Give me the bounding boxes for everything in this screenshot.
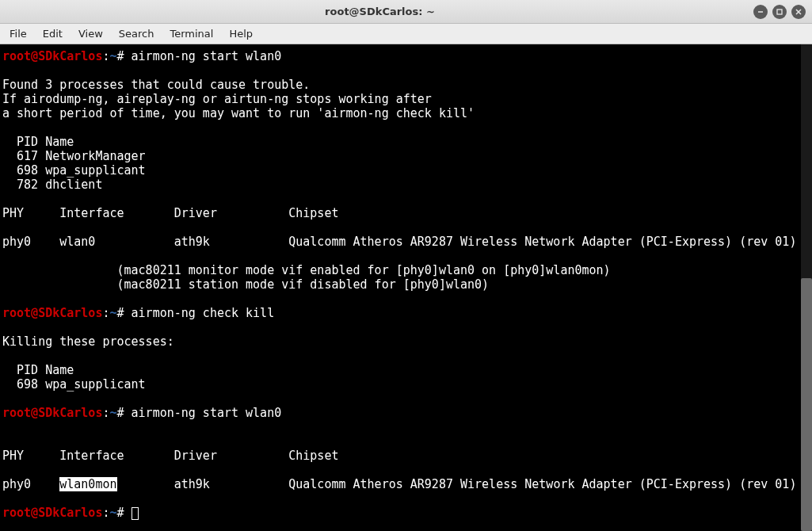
- window-title: root@SDkCarlos: ~: [6, 6, 753, 17]
- window-controls: [753, 5, 806, 19]
- cursor: [132, 507, 139, 520]
- out2-proc-header: PID Name: [2, 363, 74, 377]
- prompt-path: ~: [109, 306, 116, 320]
- out3-row-pre: phy0: [2, 477, 59, 491]
- out1-table-head: PHY Interface Driver Chipset: [2, 206, 338, 220]
- out1-mode-line: (mac80211 monitor mode vif enabled for […: [2, 263, 611, 277]
- prompt-user: root@SDkCarlos: [2, 306, 102, 320]
- scrollbar-thumb[interactable]: [801, 278, 812, 531]
- prompt-sep2: #: [117, 49, 124, 63]
- menu-search[interactable]: Search: [111, 25, 162, 43]
- out1-line1: Found 3 processes that could cause troub…: [2, 78, 310, 92]
- out1-line2: If airodump-ng, aireplay-ng or airtun-ng…: [2, 92, 432, 106]
- menubar: File Edit View Search Terminal Help: [0, 24, 812, 44]
- terminal-output[interactable]: root@SDkCarlos:~# airmon-ng start wlan0 …: [0, 44, 801, 531]
- out3-iface-highlight: wlan0mon: [59, 477, 116, 491]
- close-button[interactable]: [791, 5, 806, 19]
- prompt-user: root@SDkCarlos: [2, 406, 102, 420]
- terminal-area: root@SDkCarlos:~# airmon-ng start wlan0 …: [0, 44, 812, 531]
- prompt-sep2: #: [117, 306, 124, 320]
- prompt-path: ~: [109, 506, 116, 520]
- out1-line3: a short period of time, you may want to …: [2, 106, 475, 120]
- menu-file[interactable]: File: [2, 25, 35, 43]
- out1-proc-row: 617 NetworkManager: [2, 149, 146, 163]
- out1-proc-row: 698 wpa_supplicant: [2, 163, 146, 178]
- menu-edit[interactable]: Edit: [35, 25, 71, 43]
- prompt-user: root@SDkCarlos: [2, 506, 102, 520]
- menu-view[interactable]: View: [71, 25, 111, 43]
- menu-terminal[interactable]: Terminal: [162, 25, 221, 43]
- prompt-sep2: #: [117, 506, 124, 520]
- out1-mode-line: (mac80211 station mode vif disabled for …: [2, 277, 489, 292]
- command-1: airmon-ng start wlan0: [132, 49, 282, 63]
- out2-line1: Killing these processes:: [2, 334, 174, 349]
- out3-table-head: PHY Interface Driver Chipset: [2, 449, 338, 463]
- prompt-path: ~: [109, 49, 116, 63]
- prompt-sep2: #: [117, 406, 124, 420]
- command-2: airmon-ng check kill: [132, 306, 275, 320]
- svg-rect-1: [777, 10, 782, 14]
- prompt-user: root@SDkCarlos: [2, 49, 102, 63]
- prompt-path: ~: [109, 406, 116, 420]
- out1-table-row: phy0 wlan0 ath9k Qualcomm Atheros AR9287…: [2, 235, 796, 249]
- maximize-button[interactable]: [772, 5, 787, 19]
- menu-help[interactable]: Help: [221, 25, 261, 43]
- out2-proc-row: 698 wpa_supplicant: [2, 377, 146, 392]
- out1-proc-header: PID Name: [2, 135, 74, 149]
- minimize-button[interactable]: [753, 5, 768, 19]
- out1-proc-row: 782 dhclient: [2, 178, 102, 192]
- out3-row-post: ath9k Qualcomm Atheros AR9287 Wireless N…: [117, 477, 797, 491]
- titlebar: root@SDkCarlos: ~: [0, 0, 812, 24]
- scrollbar[interactable]: [801, 44, 812, 531]
- command-3: airmon-ng start wlan0: [132, 406, 282, 420]
